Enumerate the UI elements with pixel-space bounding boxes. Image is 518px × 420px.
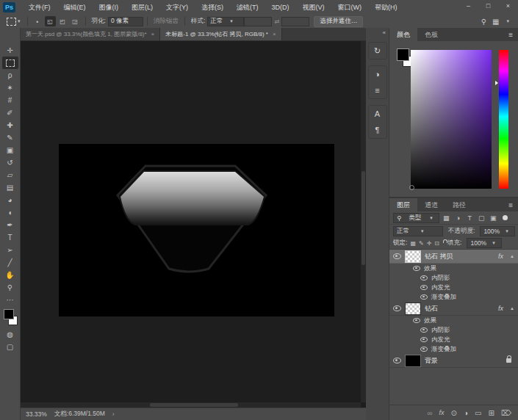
healing-brush-tool[interactable]: ✚ [2, 119, 18, 131]
search-icon[interactable]: ⚲ [481, 18, 486, 26]
tab-2-close-icon[interactable]: × [273, 31, 276, 37]
eye-icon[interactable] [413, 266, 420, 271]
move-tool[interactable]: ✛ [2, 44, 18, 57]
visibility-toggle[interactable] [392, 358, 401, 363]
close-button[interactable]: × [498, 0, 518, 11]
tool-preset-caret-icon[interactable]: ▾ [18, 18, 21, 24]
eye-icon[interactable] [420, 275, 428, 280]
add-to-selection-button[interactable]: ◱ [45, 16, 56, 26]
filter-toggle-icon[interactable] [503, 215, 508, 220]
lock-transparent-icon[interactable]: ▦ [410, 240, 416, 247]
menu-view[interactable]: 视图(V) [296, 0, 331, 15]
paragraph-panel-button[interactable]: ¶ [369, 122, 386, 138]
select-and-mask-button[interactable]: 选择并遮住… [314, 16, 363, 27]
menu-edit[interactable]: 编辑(E) [57, 0, 93, 15]
color-selection-marker[interactable] [409, 185, 414, 190]
menu-file[interactable]: 文件(F) [22, 0, 57, 15]
fill-select[interactable]: 100% ▾ [467, 238, 501, 248]
magic-wand-tool[interactable]: ✶ [2, 82, 18, 94]
menu-3d[interactable]: 3D(D) [265, 0, 296, 15]
canvas-image[interactable] [59, 144, 334, 316]
eye-icon[interactable] [420, 285, 428, 290]
zoom-tool[interactable]: ⚲ [2, 281, 18, 294]
link-layers-icon[interactable]: ∞ [427, 409, 432, 417]
layer-row-background[interactable]: 背景 [389, 354, 518, 368]
effect-row-inner-glow[interactable]: 内发光 [389, 335, 518, 344]
foreground-color-swatch-small[interactable] [397, 48, 409, 61]
add-layer-mask-icon[interactable]: ⊙ [451, 409, 457, 417]
hand-tool[interactable]: ✋ [2, 269, 18, 281]
layer-thumbnail[interactable] [405, 355, 421, 367]
layer-thumbnail[interactable] [405, 250, 421, 263]
filter-smart-object-icon[interactable]: ▣ [489, 214, 498, 222]
minimize-button[interactable]: – [458, 0, 478, 11]
screen-mode-button[interactable]: ▢ [2, 341, 18, 353]
workspace-caret-icon[interactable]: ▾ [506, 18, 509, 24]
crop-tool[interactable]: # [2, 94, 18, 106]
menu-window[interactable]: 窗口(W) [331, 0, 369, 15]
expand-panels-icon[interactable]: « [383, 29, 386, 36]
lock-paint-icon[interactable]: ✎ [419, 240, 424, 247]
tab-color[interactable]: 颜色 [389, 28, 417, 41]
eye-icon[interactable] [420, 294, 428, 300]
tab-swatches[interactable]: 色板 [417, 28, 445, 41]
quick-mask-button[interactable]: ◍ [2, 328, 18, 341]
effects-header-row[interactable]: 效果 [389, 316, 518, 325]
effects-header-row[interactable]: 效果 [389, 264, 518, 273]
menu-layer[interactable]: 图层(L) [125, 0, 159, 15]
swap-dimensions-icon[interactable]: ⇄ [274, 18, 279, 25]
eye-icon[interactable] [420, 347, 428, 352]
feather-input[interactable]: 0 像素 [108, 17, 143, 26]
tab-layers[interactable]: 图层 [389, 198, 417, 211]
canvas-viewport[interactable] [21, 41, 366, 408]
layer-row-diamond-copy[interactable]: 钻石 拷贝 fx ▲ [389, 250, 518, 264]
hue-slider-marker[interactable] [495, 81, 498, 85]
delete-layer-icon[interactable]: ⌦ [501, 409, 511, 417]
style-select[interactable]: 正常 ▾ [207, 17, 244, 26]
brush-tool[interactable]: ✎ [2, 131, 18, 144]
horizontal-scrollbar[interactable] [21, 402, 361, 408]
blur-tool[interactable]: ◕ [2, 194, 18, 206]
collapse-effects-icon[interactable]: ▲ [510, 306, 514, 311]
menu-select[interactable]: 选择(S) [195, 0, 230, 15]
gradient-tool[interactable]: ▤ [2, 181, 18, 194]
add-layer-style-icon[interactable]: fx [439, 409, 445, 416]
maximize-button[interactable]: □ [478, 0, 498, 11]
horizontal-scroll-thumb[interactable] [150, 403, 238, 407]
document-tab-1[interactable]: 第一天.psd @ 33.3%(颜色填充 1, 图层蒙版/8)* × [21, 28, 160, 40]
visibility-toggle[interactable] [392, 305, 401, 311]
foreground-color-swatch[interactable] [4, 309, 14, 319]
lock-artboard-icon[interactable]: ⊡ [434, 240, 439, 247]
opacity-select[interactable]: 100% ▾ [480, 226, 514, 236]
filter-adjustment-layers-icon[interactable]: ◑ [453, 214, 463, 222]
blend-mode-select[interactable]: 正常 ▾ [393, 226, 443, 236]
tab-channels[interactable]: 通道 [417, 198, 445, 211]
filter-type-layers-icon[interactable]: T [465, 214, 475, 222]
shape-tool[interactable]: ╱ [2, 256, 18, 269]
zoom-level[interactable]: 33.33% [26, 410, 47, 418]
tab-1-close-icon[interactable]: × [151, 31, 155, 37]
edit-toolbar-button[interactable]: ··· [2, 294, 18, 306]
document-tab-2[interactable]: 未标题-1 @ 33.3%(钻石 拷贝, RGB/8) * × [160, 28, 281, 40]
fx-badge[interactable]: fx [498, 305, 503, 312]
effect-row-inner-shadow[interactable]: 内阴影 [389, 273, 518, 283]
visibility-toggle[interactable] [392, 253, 401, 259]
color-panel-menu-icon[interactable]: ≡ [508, 28, 518, 41]
workspace-switcher-icon[interactable]: ▦ [492, 18, 499, 26]
properties-panel-button[interactable]: ≡ [369, 82, 386, 98]
layer-thumbnail[interactable] [405, 303, 421, 315]
menu-type[interactable]: 文字(Y) [159, 0, 195, 15]
layer-row-diamond[interactable]: 钻石 fx ▲ [389, 302, 518, 316]
tab-paths[interactable]: 路径 [445, 198, 473, 211]
menu-filter[interactable]: 滤镜(T) [230, 0, 265, 15]
eye-icon[interactable] [413, 318, 420, 323]
subtract-from-selection-button[interactable]: ◰ [57, 16, 68, 26]
width-input[interactable] [244, 17, 272, 26]
effect-row-gradient-overlay[interactable]: 渐变叠加 [389, 344, 518, 354]
height-input[interactable] [281, 17, 309, 26]
layer-name[interactable]: 背景 [425, 356, 438, 366]
collapse-effects-icon[interactable]: ▲ [510, 254, 514, 258]
menu-help[interactable]: 帮助(H) [368, 0, 404, 15]
vertical-scroll-thumb[interactable] [361, 171, 365, 265]
fx-badge[interactable]: fx [498, 253, 503, 260]
